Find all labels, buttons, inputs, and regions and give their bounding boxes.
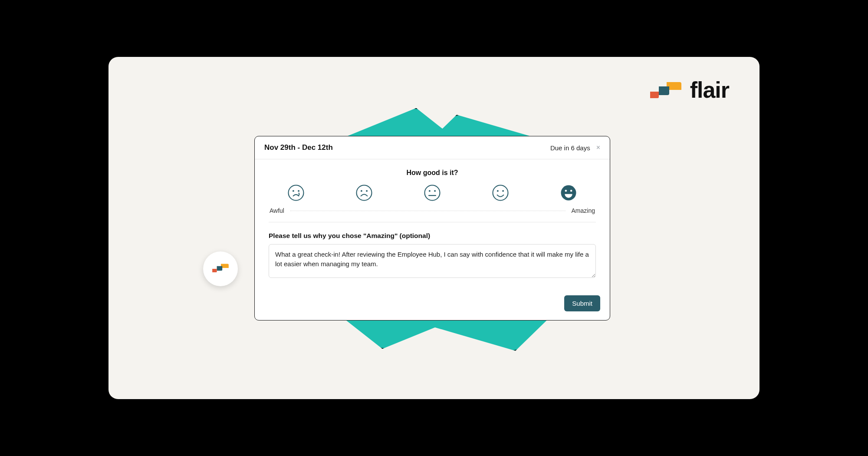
face-neutral-icon[interactable]	[422, 183, 442, 203]
feedback-prompt: Please tell us why you chose "Amazing" (…	[269, 232, 596, 240]
rating-faces	[269, 183, 596, 203]
scale-low-label: Awful	[270, 207, 284, 214]
svg-point-7	[429, 190, 431, 192]
svg-point-2	[298, 190, 299, 192]
svg-point-0	[289, 185, 304, 201]
brand-badge	[203, 251, 238, 286]
scale-high-label: Amazing	[572, 207, 595, 214]
divider	[269, 222, 596, 222]
svg-point-1	[293, 190, 294, 192]
modal-footer: Submit	[255, 289, 610, 320]
feedback-textarea[interactable]	[269, 244, 596, 278]
modal-header: Nov 29th - Dec 12th Due in 6 days ×	[255, 136, 610, 159]
svg-point-3	[357, 185, 372, 201]
question-label: How good is it?	[269, 169, 596, 177]
period-range: Nov 29th - Dec 12th	[264, 143, 333, 152]
brand-name: flair	[690, 77, 729, 103]
scale-guideline	[290, 211, 566, 211]
svg-point-11	[497, 190, 499, 192]
flair-logo-icon	[211, 262, 230, 276]
rating-scale: Awful Amazing	[269, 207, 596, 214]
svg-point-14	[565, 190, 567, 192]
face-awful-icon[interactable]	[286, 183, 306, 203]
due-label: Due in 6 days	[550, 144, 590, 152]
svg-point-13	[561, 185, 576, 201]
face-happy-icon[interactable]	[490, 183, 510, 203]
svg-point-4	[361, 190, 362, 192]
svg-point-10	[493, 185, 508, 201]
checkin-modal: Nov 29th - Dec 12th Due in 6 days × How …	[254, 136, 610, 321]
app-canvas: flair Nov 29th - Dec 12th Due in 6 days …	[108, 57, 760, 399]
svg-point-8	[434, 190, 436, 192]
flair-logo-icon	[648, 80, 684, 99]
brand-logo: flair	[648, 77, 729, 103]
svg-point-5	[366, 190, 368, 192]
close-icon[interactable]: ×	[596, 144, 600, 151]
submit-button[interactable]: Submit	[564, 295, 600, 311]
face-sad-icon[interactable]	[354, 183, 374, 203]
svg-point-12	[502, 190, 504, 192]
face-amazing-icon[interactable]	[559, 183, 579, 203]
svg-point-15	[570, 190, 572, 192]
svg-point-6	[425, 185, 440, 201]
